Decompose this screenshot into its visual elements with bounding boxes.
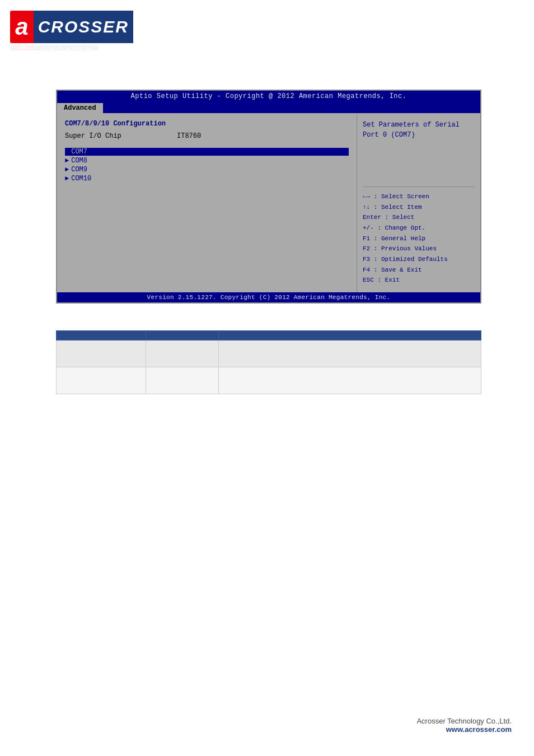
super-io-label: Super I/O Chip — [65, 132, 177, 140]
bios-tab-bar: Advanced — [57, 102, 480, 113]
bios-divider — [363, 186, 475, 187]
bios-right-panel: Set Parameters of Serial Port 0 (COM7) ←… — [357, 113, 480, 292]
menu-label-com8: COM8 — [71, 157, 87, 165]
table-cell-r1c2 — [146, 340, 219, 367]
table-header-col1 — [57, 331, 146, 340]
super-io-value: IT8760 — [177, 132, 201, 140]
key-f2-prev: F2 : Previous Values — [363, 244, 475, 254]
footer-website: www.acrosser.com — [416, 725, 512, 734]
table-cell-r2c2 — [146, 367, 219, 394]
tab-advanced[interactable]: Advanced — [57, 103, 103, 113]
menu-label-com7: COM7 — [71, 148, 87, 156]
menu-label-com9: COM9 — [71, 166, 87, 174]
menu-item-com9[interactable]: ► COM9 — [65, 166, 349, 174]
table-row — [57, 367, 481, 394]
key-f3-defaults: F3 : Optimized Defaults — [363, 254, 475, 265]
arrow-icon-com8: ► — [65, 157, 69, 165]
footer-branding: Acrosser Technology Co.,Ltd. www.acrosse… — [416, 717, 512, 734]
bios-left-panel: COM7/8/9/10 Configuration Super I/O Chip… — [57, 113, 357, 292]
bios-title-bar: Aptio Setup Utility - Copyright @ 2012 A… — [57, 91, 480, 102]
logo: a CROSSER a CROSSER — [10, 10, 133, 46]
menu-item-com7[interactable]: ► COM7 — [65, 148, 349, 156]
bios-screen: Aptio Setup Utility - Copyright @ 2012 A… — [56, 90, 481, 304]
menu-label-com10: COM10 — [71, 175, 91, 183]
bios-key-list: ←→ : Select Screen ↑↓ : Select Item Ente… — [363, 192, 475, 286]
super-io-row: Super I/O Chip IT8760 — [65, 132, 349, 140]
key-f4-save: F4 : Save & Exit — [363, 265, 475, 276]
key-change-opt: +/- : Change Opt. — [363, 223, 475, 234]
bios-footer-text: Version 2.15.1227. Copyright (C) 2012 Am… — [147, 294, 391, 301]
menu-item-com10[interactable]: ► COM10 — [65, 175, 349, 183]
bios-help-text: Set Parameters of Serial Port 0 (COM7) — [363, 120, 475, 140]
arrow-icon-com7: ► — [65, 148, 69, 156]
bios-section-title: COM7/8/9/10 Configuration — [65, 120, 349, 128]
bios-footer: Version 2.15.1227. Copyright (C) 2012 Am… — [57, 292, 480, 302]
table-cell-r1c3 — [219, 340, 481, 367]
table-header-row — [57, 331, 481, 340]
table-cell-r2c3 — [219, 367, 481, 394]
logo-letter: a — [10, 11, 34, 43]
arrow-icon-com9: ► — [65, 166, 69, 174]
table-header-col3 — [219, 331, 481, 340]
key-enter-select: Enter : Select — [363, 212, 475, 223]
bios-main-content: COM7/8/9/10 Configuration Super I/O Chip… — [57, 113, 480, 292]
key-select-screen: ←→ : Select Screen — [363, 192, 475, 202]
table-header-col2 — [146, 331, 219, 340]
bios-title-text: Aptio Setup Utility - Copyright @ 2012 A… — [131, 92, 407, 100]
footer-company-name: Acrosser Technology Co.,Ltd. — [416, 717, 512, 725]
key-f1-help: F1 : General Help — [363, 234, 475, 244]
data-table-container — [56, 330, 481, 394]
key-esc-exit: ESC : Exit — [363, 275, 475, 286]
data-table — [56, 330, 481, 394]
table-row — [57, 340, 481, 367]
table-cell-r1c1 — [57, 340, 146, 367]
arrow-icon-com10: ► — [65, 175, 69, 183]
logo-text: CROSSER — [34, 11, 133, 43]
table-cell-r2c1 — [57, 367, 146, 394]
key-select-item: ↑↓ : Select Item — [363, 202, 475, 213]
menu-item-com8[interactable]: ► COM8 — [65, 157, 349, 165]
